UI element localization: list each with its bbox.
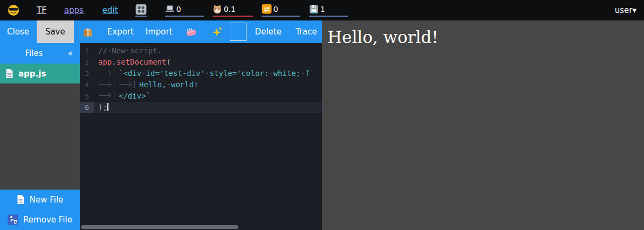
laptop-icon: [165, 5, 175, 13]
files-header: Files «: [0, 43, 80, 64]
sunglasses-face-icon[interactable]: [8, 4, 19, 16]
control-knobs-icon[interactable]: [135, 4, 147, 17]
delete-button[interactable]: Delete: [255, 20, 282, 43]
nav-link-edit[interactable]: edit: [102, 5, 118, 15]
line-number: 6: [80, 102, 94, 113]
nav-link-apps[interactable]: apps: [64, 5, 84, 15]
text-cursor: [107, 103, 108, 111]
collapse-sidebar-button[interactable]: «: [68, 48, 73, 58]
save-button[interactable]: Save: [37, 20, 74, 43]
new-file-button[interactable]: New File: [0, 190, 80, 210]
code-editor[interactable]: 1//·New·script.2app.setDocument(3`<div·i…: [80, 43, 322, 230]
memory-stat-field[interactable]: 0.1: [213, 4, 253, 17]
line-number: 5: [80, 90, 94, 102]
file-item-appjs[interactable]: app.js: [0, 64, 80, 83]
tab-whitespace-marker: [98, 69, 114, 76]
preview-text: Hello, world!: [322, 20, 644, 47]
cpu-stat-value: 0: [176, 5, 181, 13]
tab-whitespace-marker: [119, 81, 135, 88]
hamster-icon: [213, 4, 222, 14]
code-line[interactable]: 6);: [80, 102, 322, 113]
import-button[interactable]: Import: [146, 20, 173, 43]
cpu-stat-field[interactable]: 0: [165, 4, 204, 17]
code-text: Hello,·world!: [94, 79, 322, 90]
files-sidebar: Files « app.js: [0, 43, 80, 230]
soap-icon[interactable]: [186, 27, 197, 37]
space-whitespace-marker: ·: [205, 69, 209, 78]
tab-whitespace-marker: [98, 81, 114, 88]
code-line[interactable]: 5</div>`: [80, 90, 322, 102]
line-number: 4: [80, 79, 94, 90]
storage-stat-value: 1: [320, 5, 325, 13]
space-whitespace-marker: ·: [126, 46, 130, 55]
caret-down-icon: ▾: [632, 5, 636, 15]
code-line[interactable]: 3`<div·id='test-div'·style='color:·white…: [80, 68, 322, 79]
storage-stat-field[interactable]: 1: [309, 4, 348, 17]
loop-stat-field[interactable]: 0: [262, 4, 300, 17]
remove-file-icon: [8, 214, 18, 225]
new-file-label: New File: [30, 195, 64, 205]
code-text: `<div·id='test-div'·style='color:·white;…: [94, 68, 322, 79]
editor-toolbar: Close Save Export Import: [0, 20, 322, 43]
nav-link-tf[interactable]: TF: [37, 5, 46, 15]
sidebar-empty-area: [0, 83, 80, 190]
close-button[interactable]: Close: [7, 20, 29, 43]
package-icon[interactable]: [83, 27, 93, 37]
file-icon: [5, 68, 13, 79]
repeat-icon: [262, 4, 272, 14]
tab-whitespace-marker: [98, 92, 114, 99]
files-header-label: Files: [0, 48, 68, 58]
horizontal-scrollbar-thumb[interactable]: [81, 225, 238, 229]
code-lines: 1//·New·script.2app.setDocument(3`<div·i…: [80, 43, 322, 113]
space-whitespace-marker: ·: [167, 80, 171, 89]
trace-button[interactable]: Trace: [296, 20, 317, 43]
line-number: 2: [80, 57, 94, 68]
file-name: app.js: [18, 69, 46, 79]
code-text: app.setDocument(: [94, 57, 322, 68]
code-line[interactable]: 4Hello,·world!: [80, 79, 322, 90]
code-text: //·New·script.: [94, 45, 322, 57]
code-text: </div>`: [94, 90, 322, 102]
space-whitespace-marker: ·: [300, 69, 305, 78]
line-number: 1: [80, 45, 94, 57]
loop-stat-value: 0: [273, 5, 278, 13]
line-number: 3: [80, 68, 94, 79]
space-whitespace-marker: ·: [107, 46, 112, 55]
space-whitespace-marker: ·: [141, 69, 146, 78]
blank-button[interactable]: [230, 23, 246, 41]
memory-stat-value: 0.1: [224, 5, 236, 13]
floppy-icon: [309, 4, 319, 14]
code-line[interactable]: 1//·New·script.: [80, 45, 322, 57]
new-file-icon: [17, 194, 25, 205]
export-button[interactable]: Export: [107, 20, 134, 43]
user-menu[interactable]: user▾: [615, 5, 636, 15]
app-window: TF apps edit 0: [0, 0, 644, 230]
code-line[interactable]: 2app.setDocument(: [80, 57, 322, 68]
remove-file-label: Remove File: [23, 215, 72, 225]
code-text: );: [94, 102, 322, 113]
preview-pane: Hello, world!: [322, 20, 644, 230]
space-whitespace-marker: ·: [269, 69, 273, 78]
sparkles-icon[interactable]: [212, 26, 223, 37]
remove-file-button[interactable]: Remove File: [0, 210, 80, 230]
status-fields: 0 0.1: [165, 4, 357, 17]
top-bar: TF apps edit 0: [0, 0, 644, 20]
